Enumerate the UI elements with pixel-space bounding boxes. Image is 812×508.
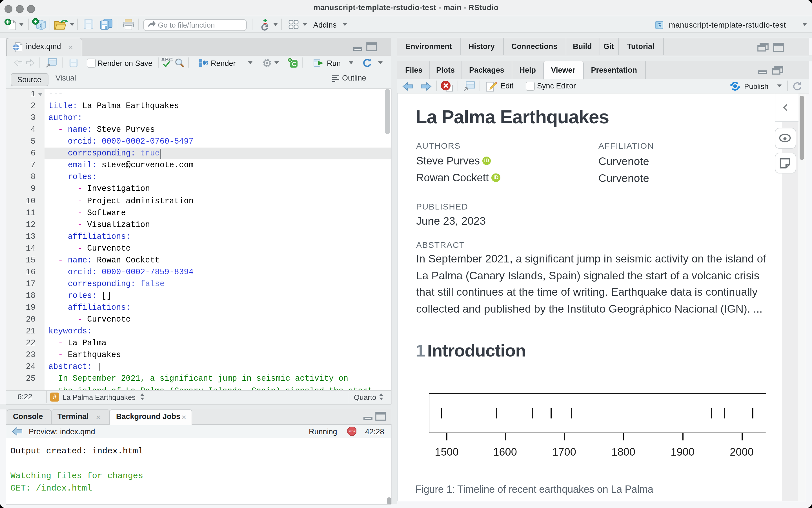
svg-text:STOP: STOP (348, 430, 355, 433)
svg-text:R: R (658, 22, 662, 29)
svg-text:C: C (292, 60, 296, 68)
svg-text:R: R (38, 23, 42, 29)
